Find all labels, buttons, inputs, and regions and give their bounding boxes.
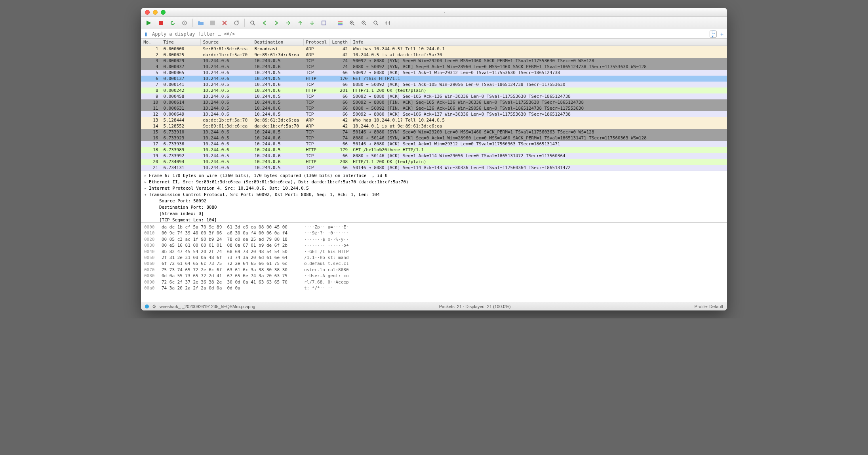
column-header[interactable]: Length	[329, 39, 350, 46]
svg-rect-5	[322, 21, 326, 25]
packet-row[interactable]: 156.73391010.244.0.610.244.0.5TCP7450146…	[141, 129, 727, 135]
packet-bytes-pane[interactable]: 0000da dc 1b cf 5a 70 9e 89 61 3d c6 ea …	[141, 223, 727, 302]
hex-line[interactable]: 00606f 72 61 64 65 6c 73 75 72 2e 64 65 …	[144, 261, 724, 267]
disclosure-triangle-icon[interactable]: ▾	[144, 192, 149, 198]
packet-row[interactable]: 80.00024210.244.0.510.244.0.6HTTP201HTTP…	[141, 88, 727, 93]
packet-row[interactable]: 196.73399210.244.0.510.244.0.6TCP668080 …	[141, 153, 727, 159]
hex-line[interactable]: 007075 73 74 65 72 2e 6c 6f 63 61 6c 3a …	[144, 267, 724, 273]
minimize-button[interactable]	[153, 10, 158, 15]
preferences-icon[interactable]: ⚙	[152, 304, 156, 309]
detail-row[interactable]: Destination Port: 8080	[144, 204, 724, 211]
hex-line[interactable]: 0000da dc 1b cf 5a 70 9e 89 61 3d c6 ea …	[144, 224, 724, 230]
detail-row[interactable]: Source Port: 50092	[144, 198, 724, 204]
hex-line[interactable]: 00502f 31 2e 31 0d 0a 48 6f 73 74 3a 20 …	[144, 255, 724, 261]
packet-row[interactable]: 40.00003710.244.0.510.244.0.6TCP748080 →…	[141, 64, 727, 70]
packet-row[interactable]: 60.00013710.244.0.610.244.0.5HTTP170GET …	[141, 76, 727, 82]
svg-point-11	[374, 21, 377, 24]
filter-add-button[interactable]: +	[718, 30, 725, 38]
packet-row[interactable]: 30.00002910.244.0.610.244.0.5TCP7450092 …	[141, 58, 727, 64]
hex-line[interactable]: 002000 05 c3 ac 1f 90 b9 24 78 d0 de 25 …	[144, 236, 724, 242]
colorize-button[interactable]	[335, 18, 345, 28]
auto-scroll-button[interactable]	[319, 18, 329, 28]
reload-button[interactable]	[232, 18, 241, 28]
column-header[interactable]: Info	[350, 39, 727, 46]
zoom-in-button[interactable]	[347, 18, 357, 28]
packet-row[interactable]: 10.0000009e:89:61:3d:c6:eaBroadcastARP42…	[141, 46, 727, 52]
packet-row[interactable]: 70.00014110.244.0.510.244.0.6TCP668080 →…	[141, 82, 727, 88]
expert-info-icon[interactable]	[145, 305, 149, 308]
status-packets-label: Packets: 21 · Displayed: 21 (100.0%)	[260, 304, 690, 309]
hex-line[interactable]: 003000 e5 16 81 00 00 01 01 08 0a 07 01 …	[144, 242, 724, 248]
packet-row[interactable]: 135.128444da:dc:1b:cf:5a:709e:89:61:3d:c…	[141, 117, 727, 123]
packet-row[interactable]: 120.00064910.244.0.610.244.0.5TCP6650092…	[141, 111, 727, 117]
go-back-button[interactable]	[260, 18, 269, 28]
svg-rect-6	[338, 21, 343, 22]
find-button[interactable]	[248, 18, 257, 28]
column-header[interactable]: No.	[141, 39, 161, 46]
hex-line[interactable]: 00800d 0a 55 73 65 72 2d 41 67 65 6e 74 …	[144, 273, 724, 279]
display-filter-input[interactable]	[150, 30, 708, 38]
svg-rect-8	[338, 24, 343, 25]
go-forward-button[interactable]	[272, 18, 281, 28]
packet-row[interactable]: 110.00063110.244.0.510.244.0.6TCP668080 …	[141, 105, 727, 111]
column-header[interactable]: Source	[200, 39, 252, 46]
packet-row[interactable]: 90.00045810.244.0.610.244.0.5TCP6650092 …	[141, 93, 727, 99]
table-header[interactable]: No.TimeSourceDestinationProtocolLengthIn…	[141, 39, 727, 46]
status-profile-label[interactable]: Profile: Default	[695, 304, 723, 309]
packet-row[interactable]: 20.000025da:dc:1b:cf:5a:709e:89:61:3d:c6…	[141, 52, 727, 58]
svg-rect-7	[338, 23, 343, 24]
detail-row[interactable]: [TCP Segment Len: 104]	[144, 217, 724, 223]
detail-row[interactable]: ▸Internet Protocol Version 4, Src: 10.24…	[144, 185, 724, 192]
disclosure-triangle-icon[interactable]: ▸	[144, 179, 149, 185]
open-file-button[interactable]	[196, 18, 206, 28]
svg-rect-3	[210, 21, 215, 25]
bookmark-icon[interactable]: ▮	[143, 31, 149, 37]
packet-row[interactable]: 166.73392310.244.0.510.244.0.6TCP748080 …	[141, 135, 727, 141]
packet-row[interactable]: 176.73393610.244.0.610.244.0.5TCP6650146…	[141, 141, 727, 147]
packet-details-pane[interactable]: ▸Frame 6: 170 bytes on wire (1360 bits),…	[141, 171, 727, 223]
packet-row[interactable]: 206.73409410.244.0.510.244.0.6HTTP208HTT…	[141, 159, 727, 165]
packet-row[interactable]: 186.73398910.244.0.610.244.0.5HTTP179GET…	[141, 147, 727, 153]
goto-packet-button[interactable]	[284, 18, 293, 28]
disclosure-triangle-icon[interactable]: ▸	[144, 173, 149, 179]
options-button[interactable]	[180, 18, 189, 28]
last-packet-button[interactable]	[307, 18, 317, 28]
filter-expression-button[interactable]: ▢ ▾	[710, 30, 717, 38]
status-file-label: wireshark_-_20200926191235_5EQSMm.pcapng	[160, 304, 255, 309]
packet-row[interactable]: 50.00006510.244.0.610.244.0.5TCP6650092 …	[141, 70, 727, 76]
app-window: · ▮ ▢ ▾ + No.TimeSourceDestinationPr	[141, 8, 727, 310]
hex-line[interactable]: 00408b 82 47 45 54 20 2f 74 68 69 73 20 …	[144, 249, 724, 255]
restart-capture-button[interactable]	[168, 18, 177, 28]
packet-list-pane[interactable]: No.TimeSourceDestinationProtocolLengthIn…	[141, 39, 727, 171]
start-capture-button[interactable]	[144, 18, 154, 28]
column-header[interactable]: Time	[161, 39, 200, 46]
packet-row[interactable]: 100.00061410.244.0.610.244.0.5TCP6650092…	[141, 99, 727, 105]
svg-rect-0	[159, 21, 163, 25]
hex-line[interactable]: 009072 6c 2f 37 2e 36 38 2e 30 0d 0a 41 …	[144, 279, 724, 285]
zoom-reset-button[interactable]	[371, 18, 381, 28]
status-bar: ⚙ wireshark_-_20200926191235_5EQSMm.pcap…	[141, 302, 727, 310]
save-button[interactable]	[208, 18, 217, 28]
close-file-button[interactable]	[220, 18, 229, 28]
disclosure-triangle-icon[interactable]: ▸	[144, 185, 149, 192]
column-header[interactable]: Protocol	[303, 39, 329, 46]
stop-capture-button[interactable]	[156, 18, 166, 28]
svg-point-4	[251, 21, 254, 24]
close-button[interactable]	[145, 10, 150, 15]
first-packet-button[interactable]	[295, 18, 305, 28]
detail-row[interactable]: ▸Frame 6: 170 bytes on wire (1360 bits),…	[144, 173, 724, 179]
window-title: ·	[166, 10, 723, 15]
resize-columns-button[interactable]	[383, 18, 392, 28]
hex-line[interactable]: 001000 9c 7f 39 40 00 3f 06 a6 30 0a f4 …	[144, 230, 724, 236]
detail-row[interactable]: [Stream index: 0]	[144, 211, 724, 217]
titlebar: ·	[141, 8, 727, 17]
display-filter-bar: ▮ ▢ ▾ +	[141, 29, 727, 39]
detail-row[interactable]: ▸Ethernet II, Src: 9e:89:61:3d:c6:ea (9e…	[144, 179, 724, 185]
zoom-button[interactable]	[161, 10, 166, 15]
hex-line[interactable]: 00a074 3a 20 2a 2f 2a 0d 0a 0d 0at: */*·…	[144, 285, 724, 291]
packet-row[interactable]: 216.73413110.244.0.610.244.0.5TCP6650146…	[141, 165, 727, 171]
zoom-out-button[interactable]	[359, 18, 369, 28]
detail-row[interactable]: ▾Transmission Control Protocol, Src Port…	[144, 192, 724, 198]
column-header[interactable]: Destination	[252, 39, 303, 46]
packet-row[interactable]: 145.1285529e:89:61:3d:c6:eada:dc:1b:cf:5…	[141, 123, 727, 129]
